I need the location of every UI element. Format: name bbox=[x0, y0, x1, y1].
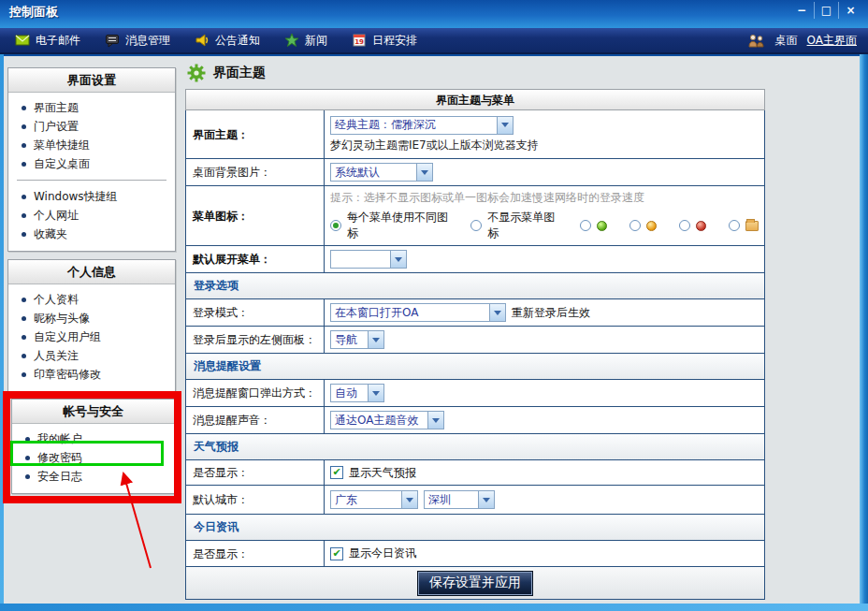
orange-ball-icon bbox=[646, 221, 657, 231]
radio-red-icon-theme[interactable] bbox=[679, 220, 690, 231]
left-panel-select[interactable]: 导航 bbox=[330, 330, 384, 349]
sidebar-item-windows-shortcut-group[interactable]: Windows快捷组 bbox=[8, 187, 175, 206]
bullet-icon bbox=[22, 106, 26, 110]
sidebar-item-personal-profile[interactable]: 个人资料 bbox=[8, 290, 175, 309]
chevron-down-icon bbox=[427, 412, 443, 429]
field-control: 经典主题：儒雅深沉 梦幻灵动主题需IE7或以上版本浏览器支持 bbox=[325, 110, 764, 158]
row-default-expanded-menu: 默认展开菜单： bbox=[186, 246, 764, 273]
close-button[interactable]: × bbox=[838, 2, 862, 19]
sidebar-item-label: 收藏夹 bbox=[34, 226, 67, 242]
window-title: 控制面板 bbox=[9, 4, 58, 21]
radio-folder-icon-theme[interactable] bbox=[729, 220, 740, 231]
calendar-icon: 19 bbox=[352, 33, 367, 48]
sidebar-item-menu-shortcut-group[interactable]: 菜单快捷组 bbox=[8, 136, 175, 154]
green-ball-icon bbox=[597, 221, 607, 231]
field-control: 导航 bbox=[325, 327, 764, 353]
row-weather-show: 是否显示： ✔ 显示天气预报 bbox=[186, 460, 764, 486]
select-value: 系统默认 bbox=[335, 165, 380, 181]
sidebar-item-custom-user-group[interactable]: 自定义用户组 bbox=[8, 327, 175, 346]
background-select[interactable]: 系统默认 bbox=[330, 163, 433, 182]
sidebar-header: 帐号与安全 bbox=[12, 400, 174, 424]
select-value: 经典主题：儒雅深沉 bbox=[335, 117, 436, 133]
page-title: 界面主题 bbox=[213, 65, 266, 81]
bullet-icon bbox=[22, 354, 26, 358]
radio-no-icons[interactable] bbox=[470, 220, 482, 231]
window-controls: − □ × bbox=[789, 2, 862, 19]
row-left-panel: 登录后显示的左侧面板： 导航 bbox=[186, 327, 764, 354]
main-toolbar: 电子邮件 消息管理 公告通知 新闻 bbox=[0, 28, 868, 54]
login-mode-select[interactable]: 在本窗口打开OA bbox=[330, 303, 506, 322]
field-label: 登录模式： bbox=[186, 299, 325, 326]
oa-main-link[interactable]: OA主界面 bbox=[807, 33, 857, 49]
bullet-icon bbox=[22, 316, 26, 321]
sidebar-list: 我的帐户 修改密码 安全日志 bbox=[12, 424, 174, 493]
sidebar-item-label: 人员关注 bbox=[34, 348, 79, 364]
sidebar-item-label: 个人网址 bbox=[34, 208, 79, 224]
title-bar: 控制面板 − □ × bbox=[0, 0, 868, 28]
section-login-options: 登录选项 bbox=[186, 273, 764, 299]
toolbar-item-email[interactable]: 电子邮件 bbox=[15, 33, 80, 49]
toolbar-item-news[interactable]: 新闻 bbox=[284, 33, 327, 49]
radio-orange-icon-theme[interactable] bbox=[629, 220, 641, 231]
red-ball-icon bbox=[696, 221, 706, 231]
sidebar-item-nickname-avatar[interactable]: 昵称与头像 bbox=[8, 309, 175, 327]
bullet-icon bbox=[22, 162, 26, 167]
news-checkbox[interactable]: ✔ bbox=[330, 547, 343, 560]
table-header: 界面主题与菜单 bbox=[185, 89, 765, 110]
sidebar-item-label: 印章密码修改 bbox=[34, 367, 101, 383]
toolbar-item-schedule[interactable]: 19 日程安排 bbox=[352, 33, 417, 49]
message-popup-select[interactable]: 自动 bbox=[330, 384, 384, 402]
theme-note: 梦幻灵动主题需IE7或以上版本浏览器支持 bbox=[330, 138, 759, 153]
sidebar-item-personal-urls[interactable]: 个人网址 bbox=[8, 206, 175, 225]
checkbox-label: 显示今日资讯 bbox=[349, 546, 416, 561]
province-select[interactable]: 广东 bbox=[330, 490, 418, 509]
row-news-show: 是否显示： ✔ 显示今日资讯 bbox=[186, 541, 764, 567]
city-select[interactable]: 深圳 bbox=[424, 490, 495, 509]
sidebar-section-interface-settings: 界面设置 界面主题 门户设置 菜单快捷组 自定义桌面 Windows快捷组 bbox=[7, 67, 176, 252]
page-title-bar: 界面主题 bbox=[187, 64, 266, 82]
sidebar-item-portal-settings[interactable]: 门户设置 bbox=[8, 117, 175, 136]
weather-checkbox[interactable]: ✔ bbox=[330, 466, 343, 479]
sidebar-item-security-log[interactable]: 安全日志 bbox=[12, 467, 174, 486]
sidebar-list: 界面主题 门户设置 菜单快捷组 自定义桌面 Windows快捷组 个人网址 bbox=[8, 93, 175, 251]
sidebar-item-custom-desktop[interactable]: 自定义桌面 bbox=[8, 154, 175, 173]
section-message-reminder: 消息提醒设置 bbox=[186, 354, 764, 380]
message-icon bbox=[105, 33, 120, 48]
sidebar-item-people-follow[interactable]: 人员关注 bbox=[8, 346, 175, 365]
section-today-news: 今日资讯 bbox=[186, 515, 764, 541]
sidebar-item-seal-password[interactable]: 印章密码修改 bbox=[8, 365, 175, 384]
sidebar-item-label: 我的帐户 bbox=[37, 431, 82, 447]
sidebar-item-label: 个人资料 bbox=[34, 292, 79, 308]
select-value: 深圳 bbox=[428, 492, 451, 508]
toolbar-item-announcements[interactable]: 公告通知 bbox=[195, 33, 260, 49]
window-edge-right bbox=[860, 54, 868, 611]
sidebar-item-my-account[interactable]: 我的帐户 bbox=[12, 429, 174, 448]
sidebar-item-interface-theme[interactable]: 界面主题 bbox=[8, 98, 175, 117]
control-panel-window: 控制面板 − □ × 电子邮件 消息管理 bbox=[0, 0, 868, 611]
save-apply-button[interactable]: 保存设置并应用 bbox=[417, 571, 533, 596]
field-control: 提示：选择不显示图标或单一图标会加速慢速网络时的登录速度 每个菜单使用不同图标 … bbox=[325, 186, 764, 245]
toolbar-item-messages[interactable]: 消息管理 bbox=[105, 33, 170, 49]
menu-icon-hint: 提示：选择不显示图标或单一图标会加速慢速网络时的登录速度 bbox=[330, 190, 759, 206]
field-label: 是否显示： bbox=[186, 460, 325, 485]
field-label: 界面主题： bbox=[186, 110, 325, 158]
minimize-button[interactable]: − bbox=[789, 2, 814, 19]
sidebar-item-favorites[interactable]: 收藏夹 bbox=[8, 225, 175, 243]
bullet-icon bbox=[22, 213, 26, 218]
sidebar-item-label: 界面主题 bbox=[34, 100, 79, 116]
theme-select[interactable]: 经典主题：儒雅深沉 bbox=[330, 116, 514, 135]
checkbox-label: 显示天气预报 bbox=[349, 465, 416, 481]
message-sound-select[interactable]: 通达OA主题音效 bbox=[330, 411, 444, 429]
field-label: 菜单图标： bbox=[186, 186, 325, 245]
sidebar-header: 界面设置 bbox=[8, 68, 175, 93]
radio-green-icon-theme[interactable] bbox=[580, 220, 591, 231]
toolbar-label: 新闻 bbox=[305, 33, 327, 49]
default-menu-select[interactable] bbox=[330, 250, 407, 269]
sidebar-section-account-security: 帐号与安全 我的帐户 修改密码 安全日志 bbox=[11, 399, 175, 494]
desktop-link[interactable]: 桌面 bbox=[775, 33, 798, 49]
sidebar-item-label: 自定义桌面 bbox=[34, 156, 90, 172]
sidebar-item-change-password[interactable]: 修改密码 bbox=[12, 448, 174, 467]
maximize-button[interactable]: □ bbox=[814, 2, 838, 19]
row-menu-icon: 菜单图标： 提示：选择不显示图标或单一图标会加速慢速网络时的登录速度 每个菜单使… bbox=[186, 186, 764, 246]
radio-different-icons[interactable] bbox=[330, 220, 341, 231]
